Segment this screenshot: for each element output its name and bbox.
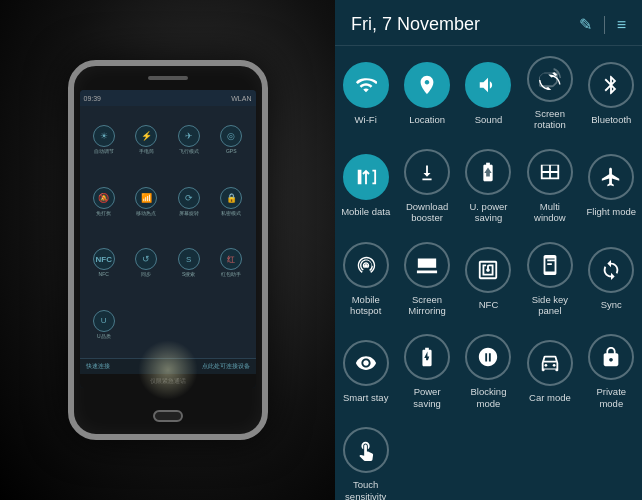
phone-status-icons: WLAN xyxy=(231,95,251,102)
phone-icon-hotspot: 📶 移动热点 xyxy=(126,172,167,232)
blocking-mode-label: Blocking mode xyxy=(462,386,515,409)
power-saving-label: Power saving xyxy=(400,386,453,409)
phone-icon-redpacket: 红 红包助手 xyxy=(211,233,252,293)
phone-home-button[interactable] xyxy=(153,410,183,422)
sound-icon-circle xyxy=(465,62,511,108)
quick-connect-action: 点此处可连接设备 xyxy=(202,362,250,371)
private-mode-label: Private mode xyxy=(585,386,638,409)
phone-display: 09:39 WLAN ☀ 自动调节 ⚡ 手电筒 ✈ 飞行模式 xyxy=(0,0,335,500)
car-mode-icon-circle xyxy=(527,340,573,386)
phone-icon-dnd: 🔕 免打扰 xyxy=(84,172,125,232)
quick-toggle-touch-sensitivity[interactable]: Touch sensitivity xyxy=(335,417,396,500)
quick-toggle-car-mode[interactable]: Car mode xyxy=(519,324,580,417)
sync-icon-circle xyxy=(588,247,634,293)
phone-screen-glow xyxy=(138,340,198,400)
quick-toggle-sound[interactable]: Sound xyxy=(458,46,519,139)
quick-toggle-location[interactable]: Location xyxy=(396,46,457,139)
location-icon-circle xyxy=(404,62,450,108)
edit-icon[interactable]: ✎ xyxy=(579,15,592,34)
quick-toggle-mobile-data[interactable]: Mobile data xyxy=(335,139,396,232)
phone-icon-airplane: ✈ 飞行模式 xyxy=(169,110,210,170)
private-mode-icon-circle xyxy=(588,334,634,380)
nfc-label: NFC xyxy=(479,299,499,310)
quick-toggle-screen-mirroring[interactable]: Screen Mirroring xyxy=(396,232,457,325)
smart-stay-label: Smart stay xyxy=(343,392,388,403)
wifi-label: Wi-Fi xyxy=(355,114,377,125)
power-saving-icon-circle xyxy=(404,334,450,380)
phone-icon-private: 🔒 私密模式 xyxy=(211,172,252,232)
phone-time: 09:39 xyxy=(84,95,102,102)
phone-icon-torch: ⚡ 手电筒 xyxy=(126,110,167,170)
quick-toggle-nfc[interactable]: NFC xyxy=(458,232,519,325)
blocking-mode-icon-circle xyxy=(465,334,511,380)
wifi-icon-circle xyxy=(343,62,389,108)
quick-toggle-screen-rotation[interactable]: Screen rotation xyxy=(519,46,580,139)
menu-icon[interactable]: ≡ xyxy=(617,16,626,34)
header-divider xyxy=(604,16,605,34)
mobile-hotspot-icon-circle xyxy=(343,242,389,288)
phone-icon-nfc: NFC NFC xyxy=(84,233,125,293)
phone-icon-rotate: ⟳ 屏幕旋转 xyxy=(169,172,210,232)
multi-window-icon-circle xyxy=(527,149,573,195)
quick-toggle-private-mode[interactable]: Private mode xyxy=(581,324,642,417)
quick-toggle-power-saving[interactable]: Power saving xyxy=(396,324,457,417)
bluetooth-label: Bluetooth xyxy=(591,114,631,125)
panel-date: Fri, 7 November xyxy=(351,14,480,35)
sync-label: Sync xyxy=(601,299,622,310)
quick-settings-panel: Fri, 7 November ✎ ≡ Wi-Fi Location Sound xyxy=(335,0,642,500)
quick-toggle-flight-mode[interactable]: Flight mode xyxy=(581,139,642,232)
screen-rotation-icon-circle xyxy=(527,56,573,102)
flight-mode-icon-circle xyxy=(588,154,634,200)
sound-label: Sound xyxy=(475,114,502,125)
mobile-data-label: Mobile data xyxy=(341,206,390,217)
phone-icon-auto: ☀ 自动调节 xyxy=(84,110,125,170)
quick-settings-grid: Wi-Fi Location Sound Screen rotation Blu xyxy=(335,46,642,500)
quick-toggle-multi-window[interactable]: Multi window xyxy=(519,139,580,232)
nfc-icon-circle xyxy=(465,247,511,293)
quick-toggle-smart-stay[interactable]: Smart stay xyxy=(335,324,396,417)
u-power-saving-label: U. power saving xyxy=(462,201,515,224)
phone-status-bar: 09:39 WLAN xyxy=(80,90,256,106)
side-key-panel-label: Side key panel xyxy=(523,294,576,317)
screen-mirroring-label: Screen Mirroring xyxy=(400,294,453,317)
phone-icon-grid: ☀ 自动调节 ⚡ 手电筒 ✈ 飞行模式 ◎ GPS xyxy=(80,106,256,358)
quick-toggle-wifi[interactable]: Wi-Fi xyxy=(335,46,396,139)
quick-toggle-blocking-mode[interactable]: Blocking mode xyxy=(458,324,519,417)
side-key-panel-icon-circle xyxy=(527,242,573,288)
touch-sensitivity-label: Touch sensitivity xyxy=(339,479,392,500)
car-mode-label: Car mode xyxy=(529,392,571,403)
download-booster-icon-circle xyxy=(404,149,450,195)
screen-mirroring-icon-circle xyxy=(404,242,450,288)
phone-icon-sync: ↺ 同步 xyxy=(126,233,167,293)
svg-point-1 xyxy=(553,364,556,367)
screen-rotation-label: Screen rotation xyxy=(523,108,576,131)
location-label: Location xyxy=(409,114,445,125)
u-power-saving-icon-circle xyxy=(465,149,511,195)
flight-mode-label: Flight mode xyxy=(586,206,636,217)
phone-icon-gps: ◎ GPS xyxy=(211,110,252,170)
quick-toggle-bluetooth[interactable]: Bluetooth xyxy=(581,46,642,139)
mobile-hotspot-label: Mobile hotspot xyxy=(339,294,392,317)
quick-toggle-side-key-panel[interactable]: Side key panel xyxy=(519,232,580,325)
quick-toggle-download-booster[interactable]: Download booster xyxy=(396,139,457,232)
quick-connect-label: 快速连接 xyxy=(86,362,110,371)
touch-sensitivity-icon-circle xyxy=(343,427,389,473)
multi-window-label: Multi window xyxy=(523,201,576,224)
mobile-data-icon-circle xyxy=(343,154,389,200)
phone-icon-ssearch: S S搜索 xyxy=(169,233,210,293)
quick-toggle-sync[interactable]: Sync xyxy=(581,232,642,325)
phone-icon-upscaler: U U品质 xyxy=(84,295,125,355)
panel-header: Fri, 7 November ✎ ≡ xyxy=(335,0,642,46)
phone-speaker xyxy=(148,76,188,80)
download-booster-label: Download booster xyxy=(400,201,453,224)
bluetooth-icon-circle xyxy=(588,62,634,108)
quick-toggle-u-power-saving[interactable]: U. power saving xyxy=(458,139,519,232)
panel-header-actions: ✎ ≡ xyxy=(579,15,626,34)
smart-stay-icon-circle xyxy=(343,340,389,386)
quick-toggle-mobile-hotspot[interactable]: Mobile hotspot xyxy=(335,232,396,325)
svg-point-0 xyxy=(544,364,547,367)
